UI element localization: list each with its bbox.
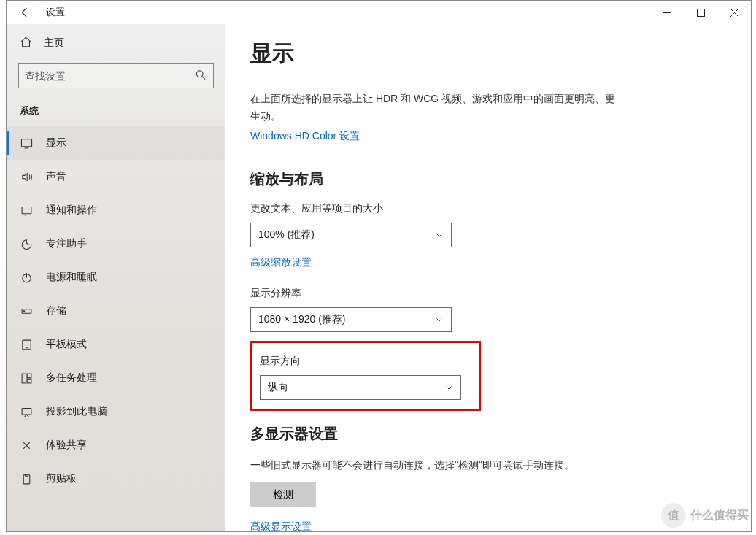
close-button[interactable] (717, 1, 751, 24)
sidebar-item-storage[interactable]: 存储 (7, 294, 225, 328)
chevron-down-icon (435, 315, 444, 324)
orientation-dropdown[interactable]: 纵向 (260, 375, 461, 400)
search-input[interactable] (18, 63, 214, 88)
home-button[interactable]: 主页 (7, 28, 225, 58)
settings-window: 设置 主页 系统 (6, 0, 752, 532)
sidebar-category: 系统 (20, 104, 225, 118)
sidebar-item-label: 声音 (46, 170, 66, 183)
svg-point-12 (23, 310, 24, 311)
watermark-text: 什么值得买 (690, 508, 749, 523)
advanced-display-link[interactable]: 高级显示设置 (250, 520, 312, 531)
sidebar-item-projecting[interactable]: 投影到此电脑 (7, 395, 225, 428)
body: 主页 系统 显示 声音 通知和操作 (7, 24, 751, 531)
home-icon (20, 36, 32, 50)
orientation-highlight-box: 显示方向 纵向 (250, 341, 481, 411)
svg-rect-18 (22, 408, 31, 415)
sidebar-item-label: 剪贴板 (46, 472, 77, 485)
advanced-scale-link[interactable]: 高级缩放设置 (250, 256, 312, 269)
back-button[interactable] (7, 1, 43, 24)
home-label: 主页 (44, 36, 64, 50)
clipboard-icon (20, 473, 33, 485)
search-icon (195, 69, 207, 83)
svg-line-5 (202, 77, 205, 80)
sidebar-item-notifications[interactable]: 通知和操作 (7, 193, 225, 227)
scale-heading: 缩放与布局 (250, 169, 729, 189)
watermark: 值 什么值得买 (661, 503, 749, 528)
display-icon (20, 137, 33, 150)
detect-button[interactable]: 检测 (250, 482, 316, 507)
multi-description: 一些旧式显示器可能不会进行自动连接，选择"检测"即可尝试手动连接。 (250, 457, 622, 474)
sidebar-item-display[interactable]: 显示 (7, 126, 225, 160)
sidebar-item-focus[interactable]: 专注助手 (7, 227, 225, 261)
page-title: 显示 (250, 39, 729, 69)
hdr-description: 在上面所选择的显示器上让 HDR 和 WCG 视频、游戏和应用中的画面更明亮、更… (250, 91, 622, 126)
sidebar-item-clipboard[interactable]: 剪贴板 (7, 462, 225, 496)
svg-rect-16 (27, 374, 31, 378)
sidebar-item-label: 通知和操作 (46, 204, 97, 217)
maximize-button[interactable] (684, 1, 717, 24)
window-title: 设置 (46, 7, 65, 19)
sidebar: 主页 系统 显示 声音 通知和操作 (7, 24, 225, 531)
sidebar-item-tablet[interactable]: 平板模式 (7, 328, 225, 361)
storage-icon (20, 305, 33, 317)
search-wrap (18, 63, 214, 88)
orientation-value: 纵向 (268, 381, 288, 394)
sidebar-item-multitask[interactable]: 多任务处理 (7, 361, 225, 395)
orientation-label: 显示方向 (260, 355, 479, 368)
resolution-value: 1080 × 1920 (推荐) (258, 313, 345, 326)
hdr-link[interactable]: Windows HD Color 设置 (250, 130, 360, 143)
svg-rect-1 (697, 9, 704, 16)
sidebar-item-label: 体验共享 (46, 439, 87, 452)
sidebar-item-label: 电源和睡眠 (46, 271, 97, 284)
svg-rect-17 (27, 379, 31, 383)
multi-heading: 多显示器设置 (250, 424, 729, 444)
svg-rect-6 (21, 139, 31, 146)
content: 显示 在上面所选择的显示器上让 HDR 和 WCG 视频、游戏和应用中的画面更明… (225, 24, 751, 531)
chevron-down-icon (444, 383, 453, 392)
svg-rect-15 (22, 374, 26, 383)
notifications-icon (20, 204, 33, 217)
tablet-icon (20, 339, 33, 351)
sidebar-item-label: 显示 (46, 136, 66, 150)
power-icon (20, 272, 33, 284)
sidebar-item-label: 投影到此电脑 (46, 405, 107, 418)
chevron-down-icon (435, 231, 444, 239)
sound-icon (20, 171, 33, 183)
scrollbar[interactable] (739, 24, 749, 531)
scale-value: 100% (推荐) (258, 228, 315, 242)
scale-dropdown[interactable]: 100% (推荐) (250, 223, 452, 247)
resolution-dropdown[interactable]: 1080 × 1920 (推荐) (250, 307, 452, 332)
shared-icon (20, 439, 33, 452)
sidebar-item-power[interactable]: 电源和睡眠 (7, 261, 225, 294)
sidebar-item-label: 专注助手 (46, 237, 87, 250)
svg-point-4 (196, 71, 203, 77)
minimize-button[interactable] (650, 1, 684, 24)
sidebar-item-shared[interactable]: 体验共享 (7, 428, 225, 462)
sidebar-item-label: 多任务处理 (46, 372, 97, 385)
sidebar-item-label: 平板模式 (46, 338, 87, 351)
svg-rect-8 (22, 207, 31, 213)
titlebar: 设置 (7, 1, 751, 24)
sidebar-item-label: 存储 (46, 304, 66, 317)
multitask-icon (20, 372, 33, 385)
scale-label: 更改文本、应用等项目的大小 (250, 202, 729, 215)
resolution-label: 显示分辨率 (250, 287, 729, 300)
projecting-icon (20, 406, 33, 418)
focus-icon (20, 238, 33, 250)
watermark-icon: 值 (661, 503, 686, 528)
sidebar-item-sound[interactable]: 声音 (7, 160, 225, 193)
